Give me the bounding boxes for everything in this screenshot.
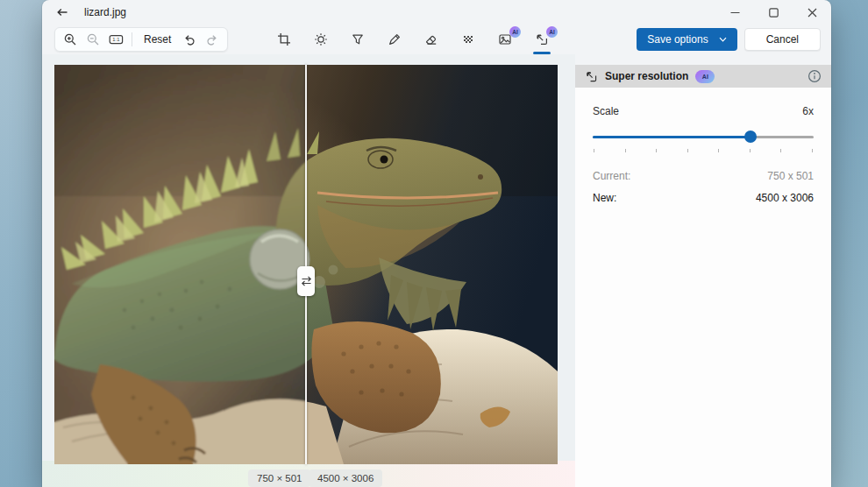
tool-erase-ai[interactable]: AI	[498, 32, 512, 46]
ai-badge: AI	[695, 70, 715, 83]
photo-canvas: 750 × 501 4500 × 3006	[42, 54, 575, 487]
super-resolution-icon	[585, 70, 598, 83]
ai-badge: AI	[509, 26, 521, 38]
undo-icon	[182, 32, 196, 46]
slider-tick	[750, 149, 751, 152]
title-bar: lizard.jpg	[42, 0, 831, 25]
super-resolution-panel: Super resolution AI Scale 6x	[575, 54, 831, 487]
eraser-icon	[424, 32, 438, 46]
save-options-button[interactable]: Save options	[637, 28, 736, 51]
current-value: 750 x 501	[767, 170, 814, 182]
toolbar-actions: Save options Cancel	[637, 28, 821, 51]
tool-retouch[interactable]	[424, 32, 438, 46]
tool-adjust[interactable]	[314, 32, 328, 46]
slider-tick	[625, 149, 626, 152]
before-size-badge: 750 × 501	[248, 469, 310, 487]
cancel-button[interactable]: Cancel	[744, 28, 821, 51]
back-button[interactable]	[49, 2, 75, 23]
zoom-out-button[interactable]	[82, 29, 103, 50]
brightness-sun-icon	[314, 32, 328, 46]
transparency-checker-icon	[461, 32, 475, 46]
slider-ticks	[593, 149, 814, 152]
slider-tick	[594, 149, 594, 152]
undo-button[interactable]	[179, 29, 200, 50]
back-arrow-icon	[55, 5, 69, 19]
save-options-label: Save options	[647, 33, 708, 46]
filter-funnel-icon	[351, 32, 365, 46]
comparison-stage	[54, 65, 558, 464]
info-button[interactable]	[808, 69, 822, 83]
svg-text:1:1: 1:1	[112, 37, 119, 42]
crop-icon	[277, 32, 291, 46]
redo-icon	[205, 32, 219, 46]
after-size-badge: 4500 × 3006	[309, 469, 382, 487]
current-label: Current:	[593, 170, 630, 182]
content-area: 750 × 501 4500 × 3006 Super resolution A…	[42, 54, 831, 487]
reset-button[interactable]: Reset	[138, 29, 177, 50]
slider-tick	[656, 149, 657, 152]
comparison-divider-line[interactable]	[305, 65, 307, 464]
one-to-one-icon: 1:1	[109, 32, 124, 46]
swap-horizontal-icon	[301, 275, 312, 287]
tool-background[interactable]	[461, 32, 475, 46]
redo-button[interactable]	[202, 29, 223, 50]
scale-label: Scale	[593, 105, 619, 117]
zoom-out-icon	[86, 32, 100, 46]
ai-badge: AI	[546, 26, 558, 38]
pen-icon	[388, 32, 402, 46]
slider-fill	[593, 136, 751, 138]
actual-size-button[interactable]: 1:1	[105, 29, 126, 50]
panel-title: Super resolution	[605, 70, 688, 82]
close-button[interactable]	[793, 0, 831, 25]
slider-thumb[interactable]	[744, 131, 757, 143]
minimize-icon	[730, 8, 740, 18]
toolbar: 1:1 Reset	[42, 25, 831, 54]
edit-tools-group: AI AI	[277, 25, 549, 54]
tool-filter[interactable]	[351, 32, 365, 46]
maximize-button[interactable]	[754, 0, 793, 25]
slider-tick	[780, 149, 781, 152]
panel-body: Scale 6x	[575, 88, 831, 487]
slider-tick	[812, 149, 813, 152]
tool-markup[interactable]	[388, 32, 402, 46]
slider-tick	[687, 149, 688, 152]
info-icon	[808, 69, 822, 83]
close-icon	[808, 8, 817, 18]
scale-value: 6x	[802, 105, 814, 117]
tool-super-resolution[interactable]: AI	[535, 32, 549, 46]
panel-header: Super resolution AI	[575, 65, 831, 88]
toolbar-divider	[132, 32, 132, 46]
new-label: New:	[593, 192, 616, 204]
minimize-button[interactable]	[715, 0, 754, 25]
tool-crop[interactable]	[277, 32, 291, 46]
zoom-in-button[interactable]	[60, 29, 81, 50]
scale-slider[interactable]	[593, 131, 814, 143]
maximize-icon	[769, 8, 779, 18]
slider-tick	[718, 149, 719, 152]
window-controls	[715, 0, 831, 25]
photos-app-window: lizard.jpg 1:1 Reset	[42, 0, 831, 487]
comparison-divider-handle[interactable]	[297, 266, 315, 296]
chevron-down-icon	[719, 37, 727, 42]
view-tools-group: 1:1 Reset	[54, 27, 228, 52]
document-title: lizard.jpg	[84, 6, 126, 18]
new-value: 4500 x 3006	[756, 192, 814, 204]
zoom-in-icon	[63, 32, 77, 46]
